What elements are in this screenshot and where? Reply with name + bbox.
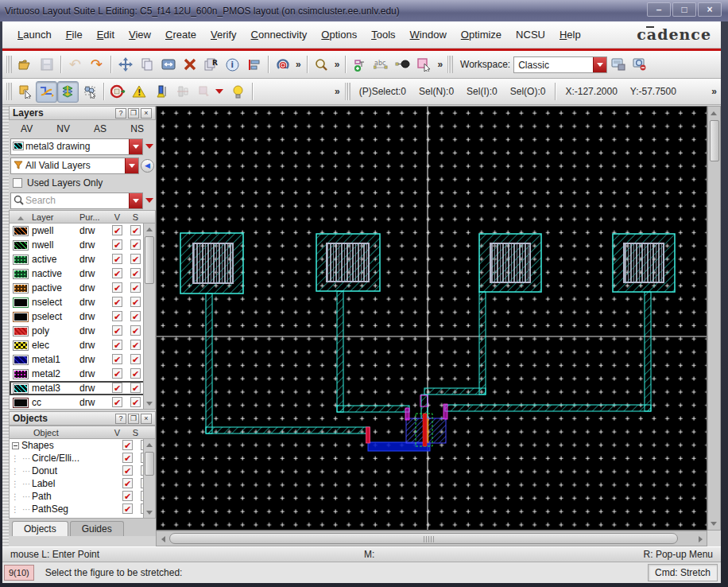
menu-help[interactable]: Help	[552, 25, 588, 44]
open-button[interactable]	[14, 54, 36, 76]
title-bar[interactable]: Virtuoso Layout Suite L Editing: C5_f14 …	[0, 0, 728, 21]
visible-checkbox[interactable]: ✔	[122, 491, 133, 501]
selectable-col-header[interactable]: S	[126, 212, 145, 222]
visible-checkbox[interactable]: ✔	[112, 354, 122, 364]
more-status-icon[interactable]: »	[709, 86, 719, 97]
more-tools-icon[interactable]: »	[332, 86, 343, 97]
active-layer-combo[interactable]: metal3 drawing	[10, 138, 143, 155]
menu-options[interactable]: Options	[314, 25, 364, 44]
layer-filter-combo[interactable]: All Valid Layers	[10, 157, 139, 174]
command-counter[interactable]: 9(10)	[4, 565, 34, 581]
visible-checkbox[interactable]: ✔	[112, 282, 122, 293]
layer-row-pactive[interactable]: pactivedrw✔✔	[10, 281, 155, 295]
tab-objects[interactable]: Objects	[12, 521, 68, 536]
visible-checkbox[interactable]: ✔	[122, 453, 133, 463]
menu-connectivity[interactable]: Connectivity	[244, 25, 315, 44]
selectable-checkbox[interactable]: ✔	[130, 239, 141, 250]
create-instance-button[interactable]	[349, 54, 370, 76]
layer-row-nwell[interactable]: nwelldrw✔✔	[10, 238, 155, 252]
objects-help-button[interactable]: ?	[115, 414, 126, 424]
horizontal-scrollbar[interactable]	[156, 531, 707, 546]
menu-tools[interactable]: Tools	[364, 25, 402, 44]
select-region-button[interactable]	[413, 54, 435, 76]
stretch-button[interactable]	[157, 54, 179, 76]
selectable-checkbox[interactable]: ✔	[130, 354, 141, 364]
tree-row-donut[interactable]: ⋮···Donut✔✔	[10, 465, 155, 477]
layer-swatch[interactable]	[13, 240, 29, 251]
selectable-checkbox[interactable]: ✔	[130, 311, 141, 321]
visible-checkbox[interactable]: ✔	[112, 311, 122, 321]
layer-search-combo[interactable]: Search	[10, 192, 143, 209]
menu-window[interactable]: Window	[403, 25, 454, 44]
used-layers-checkbox[interactable]	[13, 178, 22, 188]
ruler-button[interactable]	[150, 81, 172, 103]
collapse-panel-button[interactable]: ◀	[141, 159, 154, 173]
selectable-checkbox[interactable]: ✔	[130, 368, 141, 379]
objects-close-button[interactable]: ×	[141, 414, 152, 424]
visible-checkbox[interactable]: ✔	[112, 268, 122, 278]
layer-search-input[interactable]: Search	[25, 195, 129, 206]
more-zoom-icon[interactable]: »	[332, 59, 343, 70]
visible-checkbox[interactable]: ✔	[112, 297, 122, 307]
layer-swatch[interactable]	[13, 283, 29, 294]
toolbar-grip[interactable]	[6, 83, 12, 100]
layer-swatch[interactable]	[13, 340, 29, 351]
layer-swatch[interactable]	[13, 269, 29, 279]
bond-pad-2[interactable]	[316, 234, 380, 291]
warning-button[interactable]: !	[129, 81, 150, 103]
selectable-checkbox[interactable]: ✔	[130, 297, 141, 307]
layer-row-active[interactable]: activedrw✔✔	[10, 252, 155, 266]
layer-swatch[interactable]	[13, 226, 29, 236]
align-button[interactable]	[243, 54, 265, 76]
objects-scrollbar[interactable]	[143, 439, 155, 518]
layer-swatch[interactable]	[13, 355, 29, 365]
move-button[interactable]	[114, 54, 136, 76]
menu-edit[interactable]: Edit	[90, 25, 122, 44]
group-button[interactable]	[193, 81, 215, 103]
dock-handle[interactable]	[2, 106, 9, 546]
layer-tap-button[interactable]	[57, 81, 79, 103]
layer-row-pselect[interactable]: pselectdrw✔✔	[10, 309, 155, 324]
tab-guides[interactable]: Guides	[70, 521, 124, 536]
menu-create[interactable]: Create	[158, 25, 203, 44]
group-dropdown-icon[interactable]	[215, 89, 224, 94]
group-select-button[interactable]	[79, 81, 100, 103]
hint-button[interactable]	[227, 81, 249, 103]
objects-table-header[interactable]: Object V S	[9, 426, 156, 439]
menu-ncsu[interactable]: NCSU	[509, 25, 552, 44]
visible-checkbox[interactable]: ✔	[122, 465, 133, 476]
layer-col-header[interactable]: Layer	[32, 212, 79, 222]
selectable-checkbox[interactable]: ✔	[130, 254, 141, 264]
close-button[interactable]: ×	[698, 2, 722, 17]
layer-row-nselect[interactable]: nselectdrw✔✔	[10, 295, 155, 309]
objects-float-button[interactable]: ❐	[128, 414, 139, 424]
layer-swatch[interactable]	[13, 297, 29, 308]
all-visible-button[interactable]: AV	[16, 122, 37, 136]
menu-view[interactable]: View	[122, 25, 158, 44]
zoom-button[interactable]	[311, 54, 332, 76]
bond-pad-1[interactable]	[180, 233, 243, 294]
tree-row-pathseg[interactable]: ⋮···PathSeg✔✔	[10, 503, 155, 515]
layer-row-pwell[interactable]: pwelldrw✔✔	[10, 224, 155, 238]
mirror-button[interactable]	[172, 81, 193, 103]
more-edit-icon[interactable]: »	[293, 59, 304, 70]
selectable-checkbox[interactable]: ✔	[130, 225, 141, 235]
layer-table-header[interactable]: Layer Pur... V S	[9, 210, 156, 224]
metal2-contact-right[interactable]	[443, 404, 447, 419]
tree-row-circle[interactable]: ⋮···Circle/Elli...✔✔	[10, 452, 155, 465]
active-layer-dropdown-icon[interactable]	[129, 139, 142, 154]
visible-checkbox[interactable]: ✔	[122, 478, 133, 488]
layer-row-cc[interactable]: ccdrw✔✔	[10, 395, 155, 410]
layout-canvas[interactable]	[156, 106, 707, 531]
selectable-checkbox[interactable]: ✔	[130, 325, 141, 336]
visible-checkbox[interactable]: ✔	[112, 239, 122, 250]
redo-button[interactable]: ↷	[86, 54, 107, 76]
delete-workspace-button[interactable]	[629, 54, 650, 76]
toolbar-grip[interactable]	[6, 56, 12, 73]
object-visible-col-header[interactable]: V	[108, 428, 126, 437]
layer-row-poly[interactable]: polydrw✔✔	[10, 324, 155, 338]
active-layer-menu-icon[interactable]	[145, 144, 154, 149]
layer-row-nactive[interactable]: nactivedrw✔✔	[10, 266, 155, 281]
menu-launch[interactable]: Launch	[10, 25, 59, 44]
properties-button[interactable]: R	[200, 54, 222, 76]
